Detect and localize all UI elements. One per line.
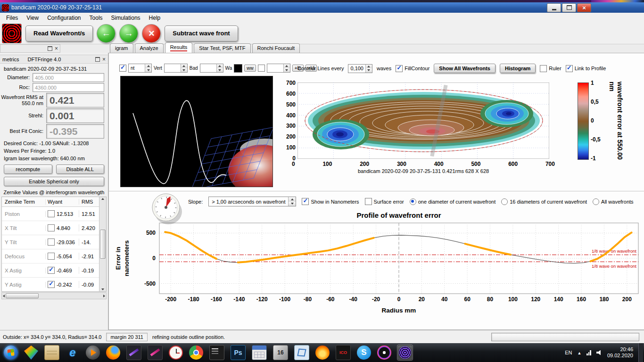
metrics-float-icon[interactable] bbox=[95, 57, 100, 62]
tab-star-test[interactable]: Star Test, PSF, MTF bbox=[194, 43, 250, 53]
taskbar-icon-command-prompt[interactable] bbox=[209, 345, 224, 360]
table-row[interactable]: Defocus -5.054 -2.91 bbox=[2, 249, 99, 263]
minimize-button[interactable] bbox=[547, 3, 561, 12]
metrics-close-icon[interactable] bbox=[102, 57, 106, 62]
all-wavefronts-label: All wavefronts bbox=[601, 199, 633, 205]
wavefront-3d-view[interactable] bbox=[120, 76, 273, 187]
x-tick-label: 120 bbox=[531, 296, 540, 303]
dock-close-icon[interactable] bbox=[55, 46, 58, 51]
roc-input[interactable] bbox=[33, 83, 104, 92]
zernike-checkbox[interactable] bbox=[48, 239, 55, 246]
volume-icon[interactable] bbox=[596, 350, 602, 355]
taskbar-icon-3d-cube[interactable] bbox=[294, 345, 309, 360]
vert-spin[interactable] bbox=[164, 64, 188, 73]
taskbar-icon-pen-magenta[interactable] bbox=[148, 345, 163, 360]
zernike-table-header[interactable]: Zernike Term Wyant RMS bbox=[2, 197, 99, 207]
tab-results[interactable]: Results bbox=[165, 42, 193, 53]
read-wavefronts-button[interactable]: Read Wavefront/s bbox=[25, 25, 93, 41]
title-bar[interactable]: bandicam 2020-02-09 20-37-25-131 bbox=[0, 2, 644, 13]
menu-help[interactable]: Help bbox=[145, 14, 165, 22]
view3d-spin-1[interactable]: nt bbox=[128, 64, 152, 73]
taskbar-icon-chrome[interactable] bbox=[189, 346, 203, 360]
table-row[interactable]: Y Tilt -29.036 -14. bbox=[2, 235, 99, 249]
zernike-checkbox[interactable] bbox=[48, 253, 55, 260]
one-diameter-label: one diameter of current wavefront bbox=[418, 199, 495, 205]
taskbar-icon-pen-purple[interactable] bbox=[126, 345, 141, 360]
zernike-checkbox[interactable] bbox=[48, 281, 55, 288]
subtract-wavefront-button[interactable]: Subtract wave front bbox=[165, 25, 238, 41]
show-nanometers-checkbox[interactable] bbox=[302, 198, 309, 205]
view3d-spin-2[interactable] bbox=[267, 64, 290, 73]
delete-wavefront-button[interactable] bbox=[142, 24, 161, 43]
show-hidden-icons[interactable] bbox=[578, 350, 582, 355]
taskbar-clock[interactable]: 20:46 09.02.2020 bbox=[607, 346, 633, 359]
table-row[interactable]: X Astig -0.469 -0.19 bbox=[2, 263, 99, 278]
sixteen-diameters-radio[interactable] bbox=[501, 198, 508, 205]
recompute-button[interactable]: recompute bbox=[4, 165, 52, 174]
tab-ronchi-foucault[interactable]: Ronchi Foucault bbox=[252, 43, 300, 53]
menu-files[interactable]: Files bbox=[2, 14, 22, 22]
taskbar-icon-alarm-clock[interactable] bbox=[169, 346, 183, 360]
taskbar-icon-media-player[interactable] bbox=[86, 346, 100, 360]
show-desktop-button[interactable] bbox=[638, 343, 643, 362]
contour-plot[interactable] bbox=[297, 82, 549, 159]
histogram-button[interactable]: Histogram bbox=[500, 64, 536, 73]
tab-igram[interactable]: igram bbox=[110, 43, 133, 53]
disable-all-button[interactable]: Disable ALL bbox=[56, 165, 105, 174]
taskbar-icon-ico-editor[interactable]: ICO bbox=[336, 345, 351, 360]
network-icon[interactable] bbox=[586, 350, 591, 355]
one-diameter-radio[interactable] bbox=[410, 198, 416, 205]
taskbar-icon-gem[interactable] bbox=[24, 346, 38, 360]
taskbar-icon-skype[interactable]: S bbox=[357, 346, 371, 360]
table-horizontal-scrollbar[interactable] bbox=[1, 292, 107, 299]
table-vertical-scrollbar[interactable] bbox=[99, 197, 106, 291]
maximize-button[interactable] bbox=[562, 3, 576, 12]
tab-analyze[interactable]: Analyze bbox=[135, 43, 164, 53]
next-wavefront-button[interactable] bbox=[119, 24, 138, 43]
metrics-dock-titlebar[interactable]: metrics DFTFringe 4.0 bbox=[0, 55, 108, 64]
dock-float-icon[interactable] bbox=[48, 46, 52, 51]
menu-configuration[interactable]: Configuration bbox=[43, 14, 85, 22]
taskbar-icon-camera-lens[interactable] bbox=[377, 346, 391, 360]
link-to-profile-checkbox[interactable] bbox=[566, 65, 573, 72]
taskbar-icon-fireball[interactable] bbox=[315, 346, 330, 360]
close-button[interactable] bbox=[577, 3, 591, 12]
zernike-checkbox[interactable] bbox=[48, 267, 55, 274]
taskbar-icon-photoshop[interactable]: Ps bbox=[231, 345, 246, 360]
taskbar-icon-file-manager[interactable] bbox=[44, 345, 59, 360]
start-button[interactable] bbox=[4, 346, 18, 360]
profile-chart-svg[interactable]: -200-180-160-140-120-100-80-60-40-200204… bbox=[110, 210, 643, 328]
taskbar-icon-cube-16[interactable]: 16 bbox=[273, 345, 288, 360]
menu-view[interactable]: View bbox=[22, 14, 43, 22]
background-color-swatch[interactable] bbox=[234, 64, 242, 73]
table-row[interactable]: X Tilt 4.840 2.420 bbox=[2, 221, 99, 235]
menu-tools[interactable]: Tools bbox=[85, 14, 107, 22]
slope-select[interactable]: > 1,00 arcseconds on wavefront bbox=[208, 197, 296, 206]
diameter-input[interactable] bbox=[33, 73, 104, 82]
ww-button[interactable]: ww bbox=[244, 65, 256, 72]
taskbar-icon-calculator[interactable] bbox=[252, 345, 267, 360]
all-wavefronts-radio[interactable] bbox=[593, 198, 599, 205]
scrollbar-thumb[interactable] bbox=[6, 293, 39, 298]
interferogram-logo-icon[interactable] bbox=[2, 24, 22, 43]
menu-simulations[interactable]: Simulations bbox=[107, 14, 145, 22]
zernike-checkbox[interactable] bbox=[48, 210, 55, 217]
scrollbar-thumb[interactable] bbox=[100, 230, 106, 259]
view3d-checkbox-2[interactable] bbox=[258, 65, 265, 72]
taskbar-icon-internet-explorer[interactable]: e bbox=[66, 346, 80, 360]
table-row[interactable]: Piston 12.513 12.51 bbox=[2, 207, 99, 221]
taskbar-icon-firefox[interactable] bbox=[106, 346, 120, 360]
ruler-checkbox[interactable] bbox=[540, 65, 547, 72]
fill-contour-checkbox[interactable] bbox=[396, 65, 403, 72]
language-indicator[interactable]: EN bbox=[565, 350, 572, 355]
zernike-checkbox[interactable] bbox=[48, 224, 55, 231]
surface-error-checkbox[interactable] bbox=[365, 198, 372, 205]
bad-spin[interactable] bbox=[200, 64, 223, 73]
previous-wavefront-button[interactable] bbox=[97, 24, 116, 43]
taskbar-icon-dftfringe[interactable] bbox=[397, 345, 413, 360]
enable-spherical-button[interactable]: Enable Spherical only bbox=[4, 177, 104, 186]
show-all-wavefronts-button[interactable]: Show All Wavefronts bbox=[434, 64, 495, 73]
table-row[interactable]: Y Astig -0.242 -0.09 bbox=[2, 278, 99, 292]
contour-interval-spinner[interactable]: 0,100 bbox=[348, 64, 372, 73]
view3d-checkbox-1[interactable] bbox=[119, 65, 126, 72]
